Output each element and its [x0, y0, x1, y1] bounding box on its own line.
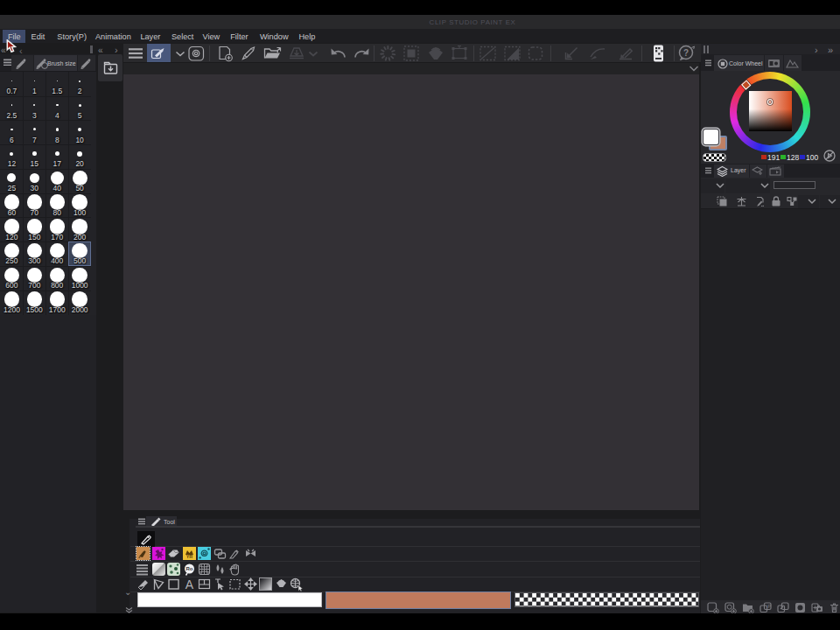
svg-text:Ro: Ro — [186, 566, 192, 571]
svg-text:?: ? — [683, 48, 689, 58]
svg-text:P: P — [767, 604, 771, 609]
svg-text:YR: YR — [186, 554, 192, 559]
svg-text:A: A — [185, 578, 193, 591]
